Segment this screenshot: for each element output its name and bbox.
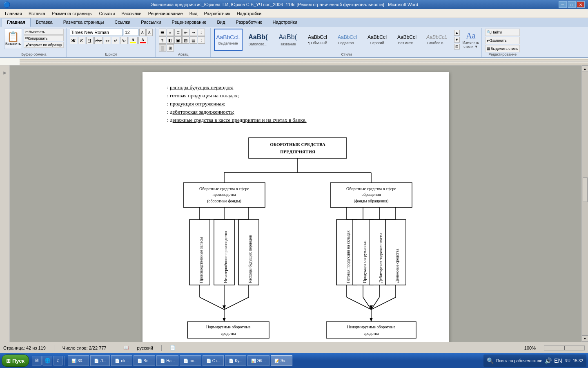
taskbar-btn-2[interactable]: 📄 Л... <box>90 355 110 366</box>
scroll-up-button[interactable]: ▲ <box>582 65 588 72</box>
menu-recenzirovanie[interactable]: Рецензирование <box>145 10 186 17</box>
scroll-track[interactable] <box>582 72 588 335</box>
taskbar-btn-9[interactable]: 📊 ЭК... <box>247 355 270 366</box>
menu-razrabotchik[interactable]: Разработчик <box>201 10 234 17</box>
zoom-slider[interactable] <box>544 346 585 350</box>
superscript-button[interactable]: х² <box>112 37 119 44</box>
change-styles-button[interactable]: Aa Изменитьстили ▼ <box>463 31 479 49</box>
pilcrow-button[interactable]: ¶ <box>159 36 166 44</box>
tab-recenziro[interactable]: Рецензирование <box>167 18 212 27</box>
style-strogij[interactable]: AaBbCcI Строгий <box>363 29 392 51</box>
font-size-input[interactable] <box>124 29 138 36</box>
style-preview-8: AaBbCcL <box>426 34 447 40</box>
minimize-button[interactable]: ─ <box>559 1 567 8</box>
scroll-thumb[interactable] <box>583 177 588 202</box>
align-left-button[interactable]: ◧ <box>167 36 174 44</box>
italic-button[interactable]: К <box>78 37 85 44</box>
select-button[interactable]: ▦ Выделить стиль <box>485 45 520 52</box>
maximize-button[interactable]: □ <box>568 1 576 8</box>
bullet-item-2: готовая продукция на складах; <box>167 92 424 99</box>
tab-vid[interactable]: Вид <box>212 18 231 27</box>
menu-nastrojki[interactable]: Надстройки <box>234 10 265 17</box>
taskbar-btn-6[interactable]: 📄 оп... <box>180 355 201 366</box>
align-center-button[interactable]: ▣ <box>174 36 182 44</box>
decrease-indent-button[interactable]: ⇤ <box>182 29 189 36</box>
margin-indicator: ◀ <box>2 71 7 76</box>
ql-show-desktop[interactable]: 🖥 <box>32 356 42 366</box>
tab-rassylki[interactable]: Рассылки <box>136 18 166 27</box>
font-grow-button[interactable]: A <box>139 29 146 36</box>
justify-button[interactable]: ▤ <box>190 36 197 44</box>
styles-down-button[interactable]: ▼ <box>454 37 460 43</box>
close-button[interactable]: ✕ <box>577 1 585 8</box>
copy-label: Копировать <box>28 36 47 40</box>
ql-ie[interactable]: 🌐 <box>42 356 52 366</box>
style-zagolovok[interactable]: AaBb( Заголово... <box>244 29 272 51</box>
taskbar-btn-1[interactable]: 📊 30... <box>68 355 89 366</box>
style-obychny[interactable]: AaBbCcI ¶ Обычный <box>303 29 332 51</box>
border-button[interactable]: ⊞ <box>167 44 174 52</box>
underline-button[interactable]: Ч <box>86 37 94 44</box>
style-videlenie[interactable]: AaBbCcL Выделение <box>214 29 243 51</box>
align-right-button[interactable]: ▨ <box>182 36 189 44</box>
copy-button[interactable]: ⧉ Копировать <box>24 35 64 41</box>
highlight-button[interactable]: А <box>129 37 138 44</box>
start-button[interactable]: ⊞ Пуск <box>2 355 29 367</box>
taskbar-label-9: ЭК... <box>257 359 266 363</box>
increase-indent-button[interactable]: ⇥ <box>190 29 197 36</box>
bullet-text-2: готовая продукция на складах; <box>170 92 239 99</box>
menu-razmetka[interactable]: Разметка страницы <box>49 10 96 17</box>
tab-razrab[interactable]: Разработчик <box>230 18 267 27</box>
tab-nastrojki[interactable]: Надстройки <box>267 18 303 27</box>
multilevel-button[interactable]: ≣ <box>174 29 182 36</box>
taskbar-btn-8[interactable]: 📄 Ку... <box>225 355 246 366</box>
tab-glavnaya[interactable]: Главная <box>2 18 31 27</box>
scroll-down-button[interactable]: ▼ <box>582 335 588 342</box>
ql-media[interactable]: ♫ <box>53 356 63 366</box>
styles-content: AaBbCcL Выделение AaBb( Заголово... AaBb… <box>214 29 479 52</box>
menu-vid[interactable]: Вид <box>186 10 201 17</box>
style-podzagolovok[interactable]: AaBbCcI Подзагол... <box>333 29 362 51</box>
menu-ssylki[interactable]: Ссылки <box>96 10 118 17</box>
replace-button[interactable]: ⇄ Заменить <box>485 37 520 44</box>
taskbar-btn-7[interactable]: 📄 От... <box>203 355 224 366</box>
numbering-button[interactable]: ≡ <box>167 29 174 36</box>
sort-button[interactable]: ↕ <box>198 29 205 36</box>
tab-razmetka[interactable]: Разметка страницы <box>58 18 109 27</box>
strikethrough-button[interactable]: abc <box>94 37 103 44</box>
style-slaboe[interactable]: AaBbCcL Слабое в... <box>423 29 451 51</box>
find-button[interactable]: 🔍 Найти <box>485 29 520 36</box>
taskbar-btn-5[interactable]: 📄 На... <box>156 355 178 366</box>
subscript-button[interactable]: х₂ <box>104 37 111 44</box>
line-spacing-button[interactable]: ↕ <box>198 36 205 44</box>
system-tray: 🔍 Поиск на рабочем столе 🔊 EN RU 15:32 <box>483 355 586 367</box>
styles-up-button[interactable]: ▲ <box>454 30 460 36</box>
format-painter-button[interactable]: 🖌 Формат по образцу <box>24 42 64 48</box>
font-color-button[interactable]: А <box>138 37 147 44</box>
paste-button[interactable]: 📋 Вставить <box>4 29 22 49</box>
menu-rassylki[interactable]: Рассылки <box>118 10 145 17</box>
document-area[interactable]: расходы будущих периодов; готовая продук… <box>10 65 581 342</box>
bullets-button[interactable]: ☰ <box>159 29 166 36</box>
tab-vstavka[interactable]: Вставка <box>31 18 58 27</box>
status-divider-3 <box>161 345 162 351</box>
taskbar-btn-4[interactable]: 📄 Вс... <box>134 355 155 366</box>
style-nazvanie[interactable]: AaBb( Название <box>274 29 302 51</box>
font-shrink-button[interactable]: A <box>146 29 153 36</box>
font-row1: A A <box>70 29 153 36</box>
styles-more-button[interactable]: ⊟ <box>454 44 460 49</box>
tab-ssylki[interactable]: Ссылки <box>109 18 136 27</box>
font-name-input[interactable] <box>70 29 123 36</box>
shading-button[interactable]: ░ <box>159 44 166 52</box>
case-button[interactable]: Аа <box>120 37 128 44</box>
paintbrush-icon: 🖌 <box>25 43 29 47</box>
style-bez-inte[interactable]: AaBbCcI Без инте... <box>393 29 421 51</box>
taskbar-btn-10[interactable]: 📝 Эк... <box>271 355 292 366</box>
taskbar-btn-3[interactable]: 📄 ok... <box>111 355 132 366</box>
cut-button[interactable]: ✂ Вырезать <box>24 29 64 35</box>
menu-glavnaya[interactable]: Главная <box>2 10 25 17</box>
svg-text:ОБОРОТНЫЕ СРЕДСТВА: ОБОРОТНЫЕ СРЕДСТВА <box>270 142 325 147</box>
menu-vstavka[interactable]: Вставка <box>25 10 49 17</box>
bold-button[interactable]: Ж <box>70 37 77 44</box>
svg-text:Незавершённое производство: Незавершённое производство <box>223 231 228 283</box>
